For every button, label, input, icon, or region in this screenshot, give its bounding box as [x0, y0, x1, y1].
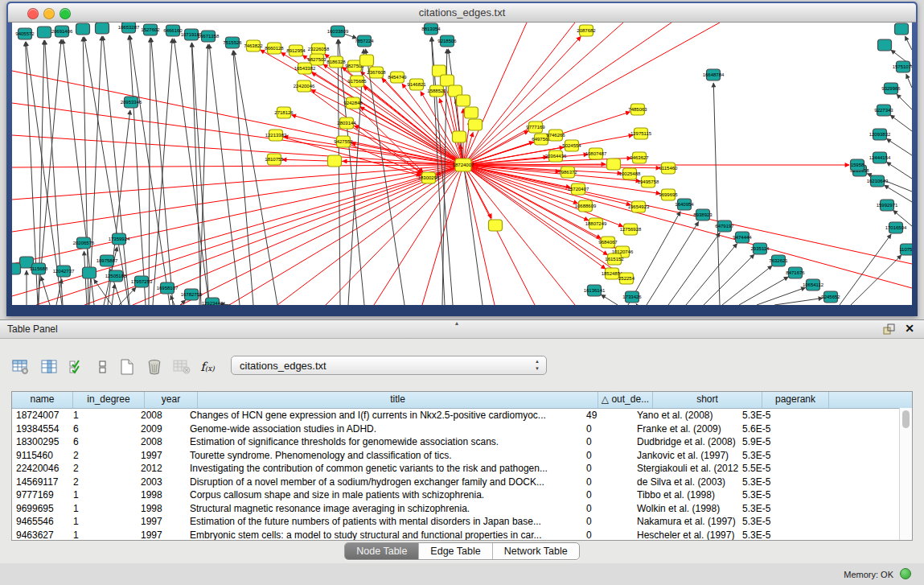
network-node[interactable]	[878, 39, 892, 51]
network-node[interactable]	[12, 263, 21, 274]
tab-edge-table[interactable]: Edge Table	[419, 543, 492, 559]
node-label: 9463627	[630, 155, 649, 160]
column-header[interactable]: title	[198, 392, 598, 408]
table-cell: 6	[69, 435, 137, 449]
table-cell: 5.3E-5	[738, 515, 801, 529]
network-edge	[12, 71, 463, 165]
tab-network-table[interactable]: Network Table	[493, 543, 579, 559]
node-label: 9684067	[598, 240, 618, 245]
network-node[interactable]	[328, 155, 342, 167]
node-label: 110753	[899, 247, 912, 252]
table-row[interactable]: 1938455462009Genome-wide association stu…	[12, 422, 912, 436]
table-row[interactable]: 1872400712008Changes of HCN gene express…	[12, 409, 912, 422]
split-grip-icon[interactable]: ▴	[455, 319, 458, 327]
table-cell: 0	[582, 422, 633, 436]
table-select-dropdown[interactable]: citations_edges.txt ▲▼	[231, 356, 547, 375]
network-node[interactable]	[607, 159, 621, 170]
node-label: 9427552	[334, 139, 353, 144]
table-cell: 2	[69, 476, 137, 489]
select-rows-icon[interactable]	[66, 355, 88, 379]
network-node[interactable]	[360, 55, 374, 66]
table-cell: Structural magnetic resonance image aver…	[186, 502, 582, 516]
network-canvas[interactable]: 1872400718300295866012889129542322605898…	[12, 23, 912, 305]
node-label: 10653287	[118, 25, 140, 30]
table-settings-icon[interactable]	[10, 355, 32, 379]
delete-table-icon[interactable]	[143, 355, 166, 379]
float-window-icon[interactable]	[883, 323, 895, 335]
node-label: 8471676	[786, 270, 805, 275]
column-header[interactable]: pagerank	[762, 392, 829, 408]
table-row[interactable]: 2242004622012Investigating the contribut…	[12, 462, 912, 476]
network-node[interactable]	[83, 267, 97, 278]
table-row[interactable]: 946554611997Estimation of the future num…	[12, 515, 912, 529]
node-label: 9175685	[347, 79, 367, 84]
column-header[interactable]: △ out_de...	[598, 392, 653, 408]
tab-node-table[interactable]: Node Table	[345, 543, 419, 559]
network-node[interactable]	[96, 23, 109, 34]
table-row[interactable]: 1830029562008Estimation of significance …	[12, 435, 912, 449]
network-node[interactable]	[76, 23, 90, 35]
close-panel-icon[interactable]: ✕	[905, 322, 914, 335]
table-row[interactable]: 946362711997Embryonic stem cells: a mode…	[12, 529, 912, 542]
table-cell: 5.5E-5	[738, 462, 801, 476]
network-node[interactable]	[895, 23, 909, 35]
network-node[interactable]	[441, 75, 454, 86]
table-cell: 5.3E-5	[738, 488, 801, 502]
network-graph[interactable]: 1872400718300295866012889129542322605898…	[12, 23, 912, 305]
table-cell: de Silva et al. (2003)	[633, 476, 738, 489]
network-node[interactable]	[38, 27, 51, 38]
table-cell: 2009	[137, 422, 186, 436]
node-label: 12444154	[869, 155, 891, 160]
new-table-icon[interactable]	[116, 355, 138, 379]
node-label: 2803144	[337, 121, 356, 126]
scrollbar-thumb[interactable]	[902, 410, 910, 428]
node-label: 10025488	[619, 171, 641, 176]
column-header[interactable]: in_degree	[73, 392, 145, 408]
show-column-icon[interactable]	[39, 355, 61, 379]
column-header[interactable]: short	[653, 392, 762, 408]
window-titlebar[interactable]: citations_edges.txt	[8, 3, 916, 23]
network-node[interactable]	[457, 95, 470, 106]
network-node[interactable]	[489, 220, 503, 231]
node-label: 12505185	[105, 274, 127, 278]
network-edge	[119, 287, 136, 305]
table-cell: 0	[582, 462, 633, 476]
table-cell: 5.3E-5	[738, 502, 801, 516]
delete-column-icon	[170, 355, 193, 379]
node-label: 8454749	[388, 75, 407, 80]
node-label: 9777169	[526, 125, 545, 130]
table-row[interactable]: 911546021997Tourette syndrome. Phenomeno…	[12, 449, 912, 463]
network-node[interactable]	[465, 107, 478, 118]
row-height-icon[interactable]	[92, 355, 114, 379]
table-cell: 0	[582, 502, 633, 516]
column-header[interactable]: name	[12, 392, 73, 408]
node-label: 16648784	[703, 72, 725, 77]
node-label: 17957253	[131, 279, 153, 284]
table-cell: Corpus callosum shape and size in male p…	[186, 488, 582, 502]
table-cell: 2012	[137, 462, 186, 476]
function-builder-icon[interactable]: f(x)	[196, 355, 219, 379]
node-label: 7857224	[355, 39, 374, 43]
node-label: 16136141	[584, 288, 606, 293]
network-edge	[374, 165, 463, 305]
node-label: 12923448	[202, 301, 224, 305]
table-select-value: citations_edges.txt	[240, 360, 326, 372]
network-node[interactable]	[453, 131, 466, 142]
table-row[interactable]: 977716911998Corpus callosum shape and si…	[12, 488, 912, 502]
table-cell: Dudbridge et al. (2008)	[633, 435, 738, 449]
column-header[interactable]: year	[145, 392, 198, 408]
node-label: 1527602	[141, 27, 160, 32]
table-panel-header[interactable]: ▴ Table Panel ✕	[0, 319, 924, 339]
network-node[interactable]	[469, 119, 483, 130]
table-cell: 2003	[137, 476, 186, 489]
vertical-scrollbar[interactable]	[899, 408, 912, 540]
window-title: citations_edges.txt	[8, 6, 916, 19]
network-edge	[36, 165, 463, 305]
network-edge	[338, 39, 340, 305]
network-edge	[722, 266, 772, 305]
table-row[interactable]: 969969511998Structural magnetic resonanc…	[12, 502, 912, 516]
memory-status-icon	[900, 568, 911, 579]
table-row[interactable]: 1456911722003Disruption of a novel membe…	[12, 476, 912, 489]
node-label: 16033809	[327, 29, 349, 34]
node-label: 8660128	[265, 46, 284, 51]
